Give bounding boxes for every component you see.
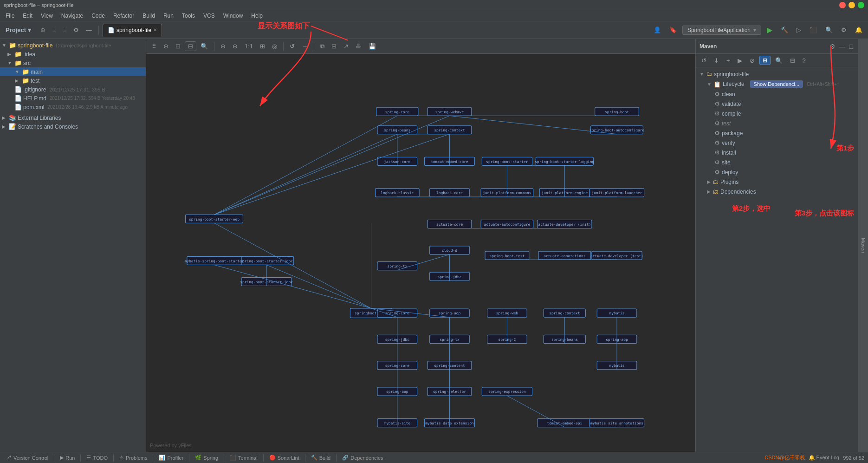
- status-run[interactable]: ▶ Run: [58, 455, 77, 461]
- status-spring[interactable]: 🌿 Spring: [193, 455, 220, 461]
- minimize-button[interactable]: [849, 2, 855, 8]
- menu-tools[interactable]: Tools: [178, 12, 199, 20]
- status-dependencies[interactable]: 🔗 Dependencies: [340, 455, 385, 461]
- diagram-center-btn[interactable]: ◎: [269, 42, 280, 51]
- maven-deploy[interactable]: ⚙ deploy: [696, 167, 858, 177]
- diagram-actual-size-btn[interactable]: 1:1: [242, 42, 256, 51]
- notifications-btn[interactable]: 🔔: [852, 26, 865, 34]
- maven-side-strip[interactable]: Maven: [858, 39, 868, 452]
- diagram-save-btn[interactable]: 💾: [366, 42, 379, 51]
- menu-window[interactable]: Window: [220, 12, 247, 20]
- status-version-control[interactable]: ⎇ Version Control: [4, 455, 50, 461]
- menu-navigate[interactable]: Navigate: [58, 12, 87, 20]
- maven-compile[interactable]: ⚙ compile: [696, 109, 858, 118]
- locate-btn[interactable]: ⊕: [38, 26, 48, 34]
- maven-root[interactable]: ▼ 🗂 springboot-file: [696, 69, 858, 79]
- menu-vcs[interactable]: VCS: [200, 12, 219, 20]
- maven-show-dep-btn[interactable]: ⊞: [759, 56, 771, 65]
- src-arrow: ▼: [7, 60, 13, 65]
- maven-lifecycle[interactable]: ▼ 📋 Lifecycle Show Dependenci... Ctrl+Al…: [696, 79, 858, 89]
- expand-all-btn[interactable]: ≡: [50, 26, 59, 34]
- menu-view[interactable]: View: [37, 12, 57, 20]
- tree-root[interactable]: ▼ 📁 springboot-file D:/project/springboo…: [0, 41, 146, 50]
- diagram-export-btn[interactable]: ↗: [341, 42, 351, 51]
- diagram-refresh-btn[interactable]: ↺: [287, 42, 298, 51]
- build-btn[interactable]: 🔨: [778, 26, 791, 34]
- svg-text:spring-context: spring-context: [434, 128, 465, 132]
- maven-run-btn[interactable]: ▶: [735, 56, 745, 65]
- maven-settings-btn[interactable]: ⚙: [829, 42, 836, 51]
- maven-help-btn[interactable]: ?: [800, 56, 809, 65]
- tree-main[interactable]: ▼ 📁 main: [0, 67, 146, 76]
- diagram-copy-btn[interactable]: ⧉: [317, 42, 327, 51]
- maven-clean[interactable]: ⚙ clean: [696, 89, 858, 99]
- maven-install[interactable]: ⚙ install: [696, 148, 858, 157]
- diagram-zoom-in-btn[interactable]: ⊕: [218, 42, 228, 51]
- diagram-target-btn[interactable]: ⊕: [161, 42, 171, 51]
- maven-add-btn[interactable]: +: [724, 56, 733, 65]
- maven-dependencies[interactable]: ▶ 🗂 Dependencies: [696, 187, 858, 196]
- stop-btn[interactable]: ⬛: [807, 26, 820, 34]
- tree-test[interactable]: ▶ 📁 test: [0, 76, 146, 85]
- tree-scratches[interactable]: ▶ 📝 Scratches and Consoles: [0, 122, 146, 131]
- maximize-button[interactable]: [858, 2, 864, 8]
- show-dependencies-btn[interactable]: Show Dependenci...: [750, 80, 803, 88]
- menu-edit[interactable]: Edit: [19, 12, 36, 20]
- maven-verify[interactable]: ⚙ verify: [696, 138, 858, 148]
- menu-build[interactable]: Build: [139, 12, 159, 20]
- run-btn[interactable]: ▶: [764, 25, 775, 35]
- maven-minimize-btn[interactable]: —: [838, 42, 847, 51]
- maven-expand-btn[interactable]: □: [849, 42, 854, 51]
- tree-pomxml[interactable]: ▶ 📄 pom.xml 2021/12/26 19:46, 2.9 kB A m…: [0, 103, 146, 111]
- settings2-btn[interactable]: ⚙: [838, 26, 849, 34]
- maven-layout-btn[interactable]: ⊟: [787, 56, 798, 65]
- menu-run[interactable]: Run: [160, 12, 177, 20]
- maven-download-btn[interactable]: ⬇: [711, 56, 722, 65]
- search-everywhere-btn[interactable]: 🔍: [823, 26, 836, 34]
- maven-plugins[interactable]: ▶ 🗂 Plugins: [696, 177, 858, 187]
- status-problems[interactable]: ⚠ Problems: [117, 455, 149, 461]
- status-terminal[interactable]: ⬛ Terminal: [228, 455, 259, 461]
- settings-btn[interactable]: ⚙: [71, 26, 82, 34]
- event-log-label[interactable]: 🔔 Event Log: [809, 455, 840, 461]
- tab-close-btn[interactable]: ✕: [153, 27, 157, 33]
- status-todo[interactable]: ☰ TODO: [84, 455, 110, 461]
- close-button[interactable]: [839, 2, 846, 8]
- maven-refresh-btn[interactable]: ↺: [699, 56, 709, 65]
- tree-gitignore[interactable]: ▶ 📄 .gitignore 2021/12/25 17:31, 395 B: [0, 85, 146, 94]
- diagram-fit-all-btn[interactable]: ⊞: [257, 42, 268, 51]
- menu-refactor[interactable]: Refactor: [110, 12, 138, 20]
- maven-site[interactable]: ⚙ site: [696, 157, 858, 167]
- status-profiler[interactable]: 📊 Profiler: [157, 455, 185, 461]
- menu-help[interactable]: Help: [247, 12, 266, 20]
- menu-code[interactable]: Code: [88, 12, 109, 20]
- status-build[interactable]: 🔨 Build: [309, 455, 332, 461]
- debug-run-btn[interactable]: ▷: [794, 26, 804, 34]
- tree-helpmd[interactable]: ▶ 📄 HELP.md 2021/12/25 17:32, 594 B Yest…: [0, 94, 146, 103]
- close-panel-btn[interactable]: —: [83, 26, 95, 34]
- run-config-selector[interactable]: SpringbootFileApplication ▾: [682, 26, 761, 35]
- diagram-zoom-out-btn[interactable]: ⊖: [230, 42, 240, 51]
- tree-src[interactable]: ▼ 📁 src: [0, 59, 146, 67]
- bookmark-btn[interactable]: 🔖: [667, 26, 680, 34]
- diagram-print-btn[interactable]: 🖶: [353, 42, 364, 51]
- diagram-zoom-btn[interactable]: 🔍: [198, 42, 211, 51]
- diagram-zoom-fit-btn[interactable]: ⊟: [185, 41, 196, 51]
- diagram-strip-btn[interactable]: ⠿: [149, 42, 159, 51]
- diagram-forward-btn[interactable]: →: [299, 42, 311, 51]
- maven-validate[interactable]: ⚙ validate: [696, 99, 858, 109]
- collapse-all-btn[interactable]: ≡: [60, 26, 69, 34]
- menu-file[interactable]: File: [2, 12, 18, 20]
- terminal-icon: ⬛: [230, 455, 236, 461]
- tree-ext-lib[interactable]: ▶ 📚 External Libraries: [0, 113, 146, 122]
- status-sonarlint[interactable]: 🔴 SonarLint: [267, 455, 301, 461]
- diagram-fit-btn[interactable]: ⊡: [173, 42, 183, 51]
- maven-skip-btn[interactable]: ⊘: [747, 56, 758, 65]
- maven-search-btn[interactable]: 🔍: [772, 56, 785, 65]
- diagram-layout-btn[interactable]: ⊟: [329, 42, 339, 51]
- account-btn[interactable]: 👤: [651, 26, 664, 34]
- tree-idea[interactable]: ▶ 📁 .idea: [0, 50, 146, 59]
- maven-test[interactable]: ⚙ test: [696, 118, 858, 128]
- maven-package[interactable]: ⚙ package: [696, 128, 858, 138]
- tab-springboot-file[interactable]: 📄 springboot-file ✕: [103, 24, 162, 37]
